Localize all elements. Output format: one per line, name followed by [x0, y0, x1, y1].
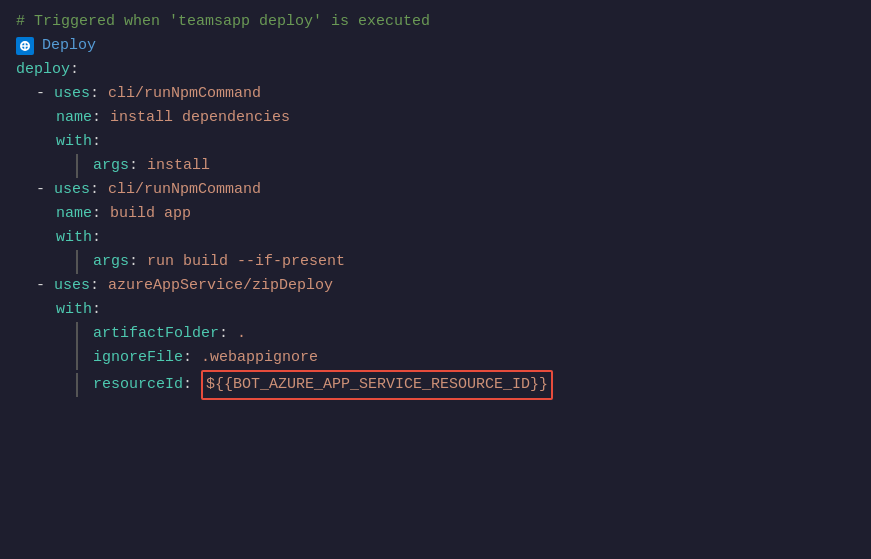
with2-line: with:: [16, 226, 855, 250]
uses1-line: - uses: cli/runNpmCommand: [16, 82, 855, 106]
pipe-marker: [76, 250, 79, 274]
resource-line: resourceId: ${{BOT_AZURE_APP_SERVICE_RES…: [16, 370, 855, 400]
with3-line: with:: [16, 298, 855, 322]
name2-line: name: build app: [16, 202, 855, 226]
deploy-key-line: deploy:: [16, 58, 855, 82]
deploy-label-text: Deploy: [42, 34, 96, 58]
pipe-marker: [76, 322, 79, 346]
pipe-marker: [76, 154, 79, 178]
args1-line: args: install: [16, 154, 855, 178]
code-editor: # Triggered when 'teamsapp deploy' is ex…: [0, 0, 871, 559]
ignore-line: ignoreFile: .webappignore: [16, 346, 855, 370]
pipe-marker: [76, 346, 79, 370]
uses2-line: - uses: cli/runNpmCommand: [16, 178, 855, 202]
deploy-badge-line: Deploy: [16, 34, 855, 58]
name1-line: name: install dependencies: [16, 106, 855, 130]
with1-line: with:: [16, 130, 855, 154]
comment-text: # Triggered when 'teamsapp deploy' is ex…: [16, 10, 430, 34]
deploy-key: deploy: [16, 58, 70, 82]
deploy-icon: [16, 37, 34, 55]
args2-line: args: run build --if-present: [16, 250, 855, 274]
artifact-line: artifactFolder: .: [16, 322, 855, 346]
uses3-line: - uses: azureAppService/zipDeploy: [16, 274, 855, 298]
deploy-badge: Deploy: [16, 34, 96, 58]
pipe-marker: [76, 373, 79, 397]
resource-id-highlight: ${{BOT_AZURE_APP_SERVICE_RESOURCE_ID}}: [201, 370, 553, 400]
comment-line: # Triggered when 'teamsapp deploy' is ex…: [16, 10, 855, 34]
